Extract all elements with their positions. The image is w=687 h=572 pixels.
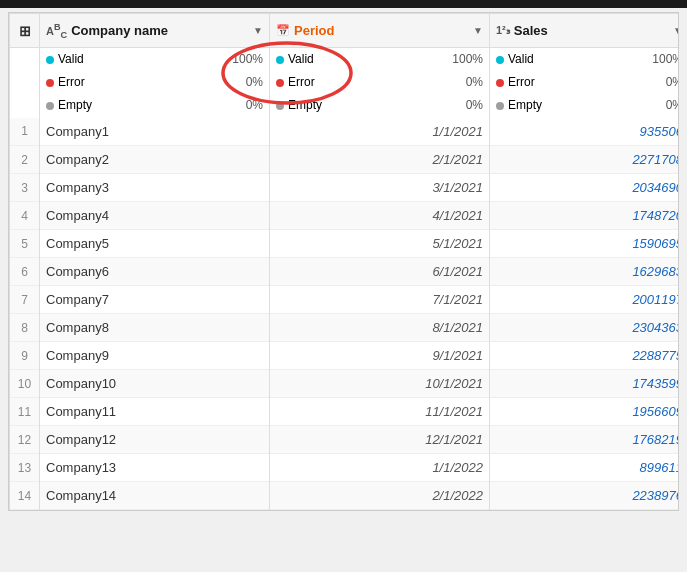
sales-header[interactable]: 1²₃ Sales ▼	[490, 14, 680, 48]
company-name-header[interactable]: ABC Company name ▼	[40, 14, 270, 48]
period-error-dot	[276, 79, 284, 87]
company-cell: Company1	[40, 118, 270, 146]
stats-row-num-empty	[10, 48, 40, 72]
sales-cell: 2271708	[490, 146, 680, 174]
sales-title: Sales	[514, 23, 548, 38]
table-row: 4 Company4 4/1/2021 1748720	[10, 202, 680, 230]
period-error-pct: 0%	[466, 73, 483, 92]
period-stats-error: Error 0%	[270, 71, 490, 94]
row-number: 7	[10, 286, 40, 314]
row-number: 9	[10, 342, 40, 370]
company-cell: Company3	[40, 174, 270, 202]
company-stats-valid: Valid 100%	[40, 48, 270, 72]
company-valid-dot	[46, 56, 54, 64]
table-row: 8 Company8 8/1/2021 2304363	[10, 314, 680, 342]
company-cell: Company5	[40, 230, 270, 258]
sales-empty-dot	[496, 102, 504, 110]
stats-valid-row: Valid 100% Valid 100% Valid 100%	[10, 48, 680, 72]
company-cell: Company12	[40, 426, 270, 454]
row-number: 3	[10, 174, 40, 202]
table-row: 6 Company6 6/1/2021 1629683	[10, 258, 680, 286]
company-empty-label: Empty	[58, 96, 92, 115]
period-cell: 4/1/2021	[270, 202, 490, 230]
row-number: 11	[10, 398, 40, 426]
company-dropdown-icon[interactable]: ▼	[253, 25, 263, 36]
period-header[interactable]: 📅 Period ▼	[270, 14, 490, 48]
period-cell: 2/1/2021	[270, 146, 490, 174]
sales-stats-error: Error 0%	[490, 71, 680, 94]
company-empty-dot	[46, 102, 54, 110]
sales-stats-valid: Valid 100%	[490, 48, 680, 72]
period-dropdown-icon[interactable]: ▼	[473, 25, 483, 36]
sales-cell: 1629683	[490, 258, 680, 286]
company-cell: Company10	[40, 370, 270, 398]
sales-error-dot	[496, 79, 504, 87]
table-row: 2 Company2 2/1/2021 2271708	[10, 146, 680, 174]
period-cell: 9/1/2021	[270, 342, 490, 370]
table-row: 10 Company10 10/1/2021 1743599	[10, 370, 680, 398]
table-row: 3 Company3 3/1/2021 2034690	[10, 174, 680, 202]
sales-valid-label: Valid	[508, 50, 534, 69]
period-stats-empty: Empty 0%	[270, 94, 490, 117]
sales-dropdown-icon[interactable]: ▼	[673, 25, 679, 36]
sales-cell: 1956609	[490, 398, 680, 426]
table-row: 7 Company7 7/1/2021 2001197	[10, 286, 680, 314]
period-cell: 12/1/2021	[270, 426, 490, 454]
company-error-pct: 0%	[246, 73, 263, 92]
table-row: 11 Company11 11/1/2021 1956609	[10, 398, 680, 426]
company-error-dot	[46, 79, 54, 87]
data-table-container: ⊞ ABC Company name ▼ 📅 Period ▼	[8, 12, 679, 511]
period-valid-pct: 100%	[452, 50, 483, 69]
table-row: 13 Company13 1/1/2022 899611	[10, 454, 680, 482]
company-valid-label: Valid	[58, 50, 84, 69]
period-cell: 8/1/2021	[270, 314, 490, 342]
table-wrapper: ⊞ ABC Company name ▼ 📅 Period ▼	[4, 12, 683, 511]
row-number: 14	[10, 482, 40, 510]
stats-empty-row-num	[10, 94, 40, 117]
company-cell: Company7	[40, 286, 270, 314]
period-type-icon: 📅	[276, 24, 290, 37]
sales-cell: 2288775	[490, 342, 680, 370]
table-row: 14 Company14 2/1/2022 2238976	[10, 482, 680, 510]
sales-valid-pct: 100%	[652, 50, 679, 69]
data-table: ⊞ ABC Company name ▼ 📅 Period ▼	[9, 13, 679, 510]
period-cell: 7/1/2021	[270, 286, 490, 314]
period-valid-label: Valid	[288, 50, 314, 69]
period-cell: 1/1/2022	[270, 454, 490, 482]
period-cell: 11/1/2021	[270, 398, 490, 426]
sales-cell: 2034690	[490, 174, 680, 202]
sales-cell: 2001197	[490, 286, 680, 314]
stats-error-row-num	[10, 71, 40, 94]
top-bar	[0, 0, 687, 8]
table-row: 12 Company12 12/1/2021 1768219	[10, 426, 680, 454]
period-cell: 3/1/2021	[270, 174, 490, 202]
period-stats-valid: Valid 100%	[270, 48, 490, 72]
row-number: 12	[10, 426, 40, 454]
sales-empty-pct: 0%	[666, 96, 679, 115]
company-cell: Company2	[40, 146, 270, 174]
table-row: 5 Company5 5/1/2021 1590695	[10, 230, 680, 258]
table-row: 9 Company9 9/1/2021 2288775	[10, 342, 680, 370]
company-valid-pct: 100%	[232, 50, 263, 69]
sales-cell: 2304363	[490, 314, 680, 342]
row-number: 13	[10, 454, 40, 482]
sales-cell: 1590695	[490, 230, 680, 258]
row-number: 1	[10, 118, 40, 146]
period-empty-label: Empty	[288, 96, 322, 115]
sales-cell: 899611	[490, 454, 680, 482]
period-cell: 2/1/2022	[270, 482, 490, 510]
company-error-label: Error	[58, 73, 85, 92]
table-body: 1 Company1 1/1/2021 935506 2 Company2 2/…	[10, 118, 680, 510]
company-cell: Company14	[40, 482, 270, 510]
period-cell: 1/1/2021	[270, 118, 490, 146]
company-cell: Company9	[40, 342, 270, 370]
company-stats-error: Error 0%	[40, 71, 270, 94]
company-type-icon: ABC	[46, 22, 67, 40]
sales-empty-label: Empty	[508, 96, 542, 115]
company-empty-pct: 0%	[246, 96, 263, 115]
sales-cell: 935506	[490, 118, 680, 146]
stats-error-row: Error 0% Error 0% Error 0%	[10, 71, 680, 94]
sales-stats-empty: Empty 0%	[490, 94, 680, 117]
table-grid-icon: ⊞	[19, 23, 31, 39]
company-cell: Company13	[40, 454, 270, 482]
